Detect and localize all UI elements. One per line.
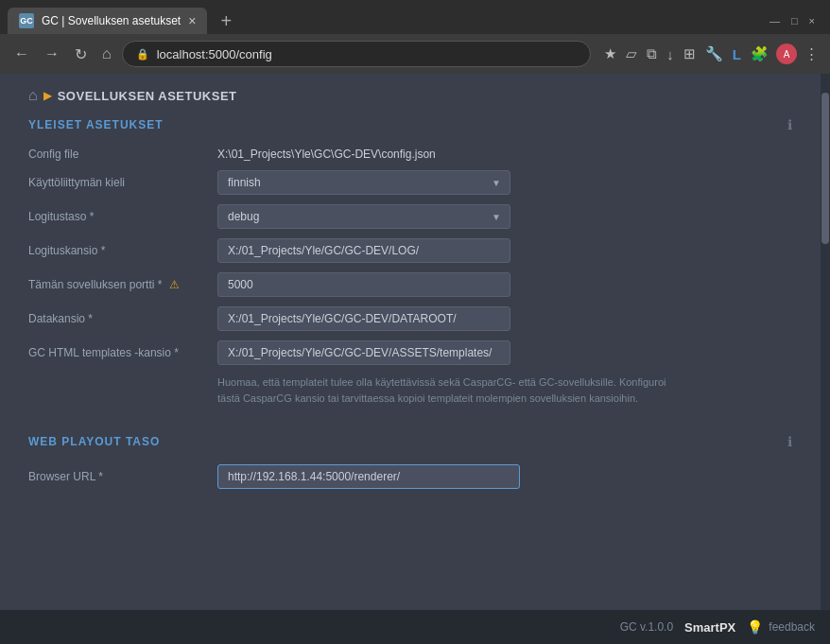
templates-folder-input[interactable] <box>217 340 510 365</box>
log-level-label: Logitustaso * <box>28 210 217 223</box>
nav-right-icons: ★ ▱ ⧉ ↓ ⊞ 🔧 L 🧩 A ⋮ <box>602 44 821 64</box>
templates-folder-label: GC HTML templates -kansio * <box>28 346 217 359</box>
scrollbar-track[interactable] <box>821 74 830 610</box>
data-folder-row: Datakansio * <box>28 306 792 331</box>
breadcrumb-home-icon[interactable]: ⌂ <box>28 87 38 104</box>
reload-button[interactable]: ↻ <box>70 44 92 65</box>
general-settings-section: YLEISET ASETUKSET ℹ Config file X:\01_Pr… <box>28 117 792 406</box>
nav-bar: ← → ↻ ⌂ 🔒 localhost:5000/config ★ ▱ ⧉ ↓ … <box>0 34 830 74</box>
star-icon[interactable]: ★ <box>602 44 618 64</box>
window-controls: — □ × <box>769 15 822 26</box>
apps-icon[interactable]: ⊞ <box>682 44 698 64</box>
port-warn-icon: ⚠ <box>169 278 180 291</box>
bulb-icon: 💡 <box>747 619 763 635</box>
breadcrumb: ⌂ ▶ SOVELLUKSEN ASETUKSET <box>0 74 830 117</box>
browser-url-label: Browser URL * <box>28 470 217 483</box>
downloads-icon[interactable]: ↓ <box>665 44 676 64</box>
port-row: Tämän sovelluksen portti * ⚠ <box>28 272 792 297</box>
ui-language-row: Käyttöliittymän kieli finnish english sw… <box>28 170 792 195</box>
config-file-value: X:\01_Projects\Yle\GC\GC-DEV\config.json <box>217 148 792 161</box>
ext-icon[interactable]: 🔧 <box>703 44 725 64</box>
log-level-select[interactable]: debug info warn error <box>217 204 510 229</box>
tab-group-icon[interactable]: ⧉ <box>645 44 659 64</box>
maximize-button[interactable]: □ <box>791 15 798 26</box>
home-button[interactable]: ⌂ <box>97 44 116 64</box>
general-note: Huomaa, että templateit tulee olla käyte… <box>28 374 690 406</box>
web-playout-section: WEB PLAYOUT TASO ℹ Browser URL * <box>28 434 792 489</box>
templates-folder-row: GC HTML templates -kansio * <box>28 340 792 365</box>
main-area: YLEISET ASETUKSET ℹ Config file X:\01_Pr… <box>0 117 830 546</box>
tab-title: GC | Sovelluksen asetukset <box>42 14 181 27</box>
log-folder-input[interactable] <box>217 238 510 263</box>
web-playout-title: WEB PLAYOUT TASO <box>28 435 160 448</box>
minimize-button[interactable]: — <box>769 15 780 26</box>
ui-language-select-wrapper: finnish english swedish <box>217 170 510 195</box>
profile-letter[interactable]: L <box>731 44 743 64</box>
browser-url-row: Browser URL * <box>28 464 792 489</box>
web-playout-info-icon[interactable]: ℹ <box>787 434 792 449</box>
general-settings-title: YLEISET ASETUKSET <box>28 118 164 131</box>
status-version: GC v.1.0.0 <box>620 620 673 634</box>
lock-icon: 🔒 <box>136 48 149 61</box>
back-button[interactable]: ← <box>9 44 34 64</box>
tab-favicon: GC <box>19 13 34 28</box>
new-tab-button[interactable]: + <box>215 11 237 30</box>
data-folder-input[interactable] <box>217 306 510 331</box>
config-file-label: Config file <box>28 148 217 161</box>
url-bar[interactable]: 🔒 localhost:5000/config <box>122 41 592 67</box>
active-tab[interactable]: GC GC | Sovelluksen asetukset × <box>8 8 207 34</box>
feedback-label: feedback <box>769 620 815 634</box>
tab-close-button[interactable]: × <box>188 13 196 28</box>
general-settings-header: YLEISET ASETUKSET ℹ <box>28 117 792 132</box>
avatar[interactable]: A <box>776 44 797 64</box>
status-bar: GC v.1.0.0 SmartPX 💡 feedback <box>0 610 830 644</box>
log-folder-label: Logituskansio * <box>28 244 217 257</box>
tab-bar: GC GC | Sovelluksen asetukset × + — □ × <box>0 0 830 34</box>
log-level-select-wrapper: debug info warn error <box>217 204 510 229</box>
breadcrumb-arrow-icon: ▶ <box>43 89 52 102</box>
app-content: ⌂ ▶ SOVELLUKSEN ASETUKSET YLEISET ASETUK… <box>0 74 830 610</box>
port-input[interactable] <box>217 272 510 297</box>
data-folder-label: Datakansio * <box>28 312 217 325</box>
url-text: localhost:5000/config <box>157 47 578 61</box>
scrollbar-thumb[interactable] <box>821 93 829 244</box>
browser-chrome: GC GC | Sovelluksen asetukset × + — □ × … <box>0 0 830 74</box>
screen-icon[interactable]: ▱ <box>624 44 639 64</box>
log-level-row: Logitustaso * debug info warn error <box>28 204 792 229</box>
status-brand: SmartPX <box>684 620 735 635</box>
more-button[interactable]: ⋮ <box>803 44 821 64</box>
forward-button[interactable]: → <box>40 44 64 64</box>
browser-url-input[interactable] <box>217 464 520 489</box>
ui-language-select[interactable]: finnish english swedish <box>217 170 510 195</box>
config-file-row: Config file X:\01_Projects\Yle\GC\GC-DEV… <box>28 148 792 161</box>
extensions-icon[interactable]: 🧩 <box>749 44 770 64</box>
breadcrumb-title: SOVELLUKSEN ASETUKSET <box>58 89 237 103</box>
ui-language-label: Käyttöliittymän kieli <box>28 176 217 189</box>
close-window-button[interactable]: × <box>809 15 815 26</box>
feedback-button[interactable]: 💡 feedback <box>747 619 815 635</box>
log-folder-row: Logituskansio * <box>28 238 792 263</box>
general-settings-info-icon[interactable]: ℹ <box>787 117 792 132</box>
port-label: Tämän sovelluksen portti * ⚠ <box>28 278 217 291</box>
web-playout-header: WEB PLAYOUT TASO ℹ <box>28 434 792 449</box>
